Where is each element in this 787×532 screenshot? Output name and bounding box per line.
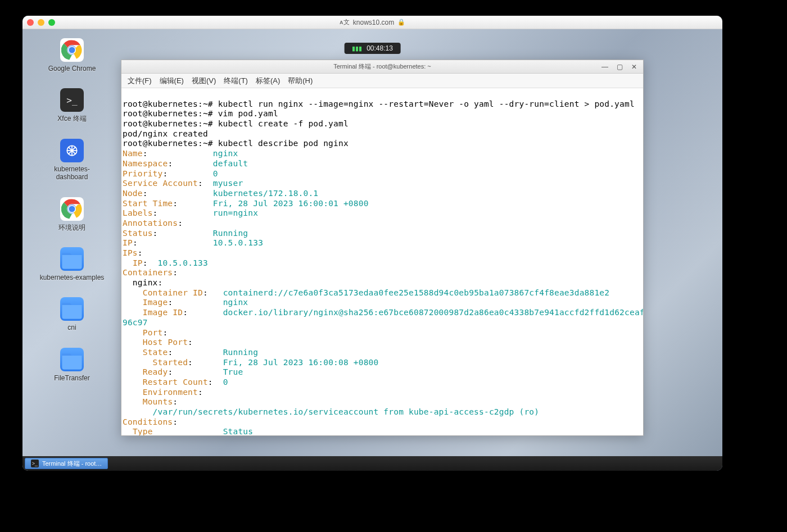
taskbar-item-terminal[interactable]: >_ Terminal 终端 - root…	[25, 458, 108, 469]
mac-window: ᴀ文 knows10.com 🔒 ▮▮▮ 00:48:13 Google Chr…	[22, 16, 722, 471]
window-controls: — ▢ ✕	[598, 60, 641, 74]
desktop-icon-filetransfer[interactable]: FileTransfer	[33, 348, 111, 382]
terminal-title-text: Terminal 终端 - root@kubernetes: ~	[333, 62, 431, 71]
browser-titlebar: ᴀ文 knows10.com 🔒	[22, 16, 722, 29]
desktop-icon-label: kubernetes-examples	[40, 274, 105, 281]
folder-icon	[60, 297, 84, 321]
close-button[interactable]: ✕	[627, 61, 641, 72]
minimize-window-icon[interactable]	[38, 19, 44, 26]
terminal-menubar: 文件(F)编辑(E)视图(V)终端(T)标签(A)帮助(H)	[121, 74, 643, 88]
terminal-task-icon: >_	[31, 460, 39, 467]
menu-item[interactable]: 标签(A)	[252, 76, 284, 86]
lock-icon: 🔒	[397, 19, 405, 26]
signal-icon: ▮▮▮	[352, 45, 362, 52]
taskbar-item-label: Terminal 终端 - root…	[42, 460, 102, 468]
url-text: knows10.com	[353, 19, 394, 26]
folder-icon	[60, 348, 84, 371]
desktop-icon-label: cni	[67, 324, 76, 331]
close-window-icon[interactable]	[27, 19, 34, 26]
minimize-button[interactable]: —	[598, 61, 612, 72]
desktop-icon-label: FileTransfer	[54, 374, 90, 382]
terminal-body[interactable]: root@kubernetes:~# kubectl run nginx --i…	[121, 88, 643, 435]
desktop-icon-label: 环境说明	[58, 224, 85, 231]
folder-icon	[60, 247, 84, 271]
taskbar: >_ Terminal 终端 - root…	[22, 456, 722, 471]
chrome-icon	[60, 38, 84, 62]
menu-item[interactable]: 视图(V)	[188, 76, 220, 86]
desktop-icon-env-desc[interactable]: 环境说明	[33, 197, 111, 231]
recording-badge: ▮▮▮ 00:48:13	[344, 43, 401, 54]
maximize-window-icon[interactable]	[48, 19, 55, 26]
desktop-icon-cni[interactable]: cni	[33, 297, 111, 331]
desktop-icons: Google Chrome>_Xfce 终端kubernetes-dashboa…	[33, 38, 111, 382]
terminal-titlebar[interactable]: Terminal 终端 - root@kubernetes: ~ — ▢ ✕	[121, 60, 643, 74]
k8s-icon	[60, 139, 84, 162]
desktop-icon-chrome[interactable]: Google Chrome	[33, 38, 111, 72]
url-display[interactable]: ᴀ文 knows10.com 🔒	[340, 18, 405, 26]
desktop-icon-label: kubernetes-dashboard	[38, 165, 106, 181]
menu-item[interactable]: 文件(F)	[124, 76, 156, 86]
terminal-icon: >_	[60, 88, 84, 112]
menu-item[interactable]: 编辑(E)	[156, 76, 188, 86]
maximize-button[interactable]: ▢	[613, 61, 626, 72]
desktop-icon-label: Xfce 终端	[57, 115, 86, 122]
desktop-icon-xfce-terminal[interactable]: >_Xfce 终端	[33, 88, 111, 122]
menu-item[interactable]: 帮助(H)	[284, 76, 316, 86]
recording-time: 00:48:13	[367, 44, 393, 52]
chrome-icon	[60, 197, 84, 221]
desktop-icon-label: Google Chrome	[48, 65, 96, 72]
traffic-lights[interactable]	[27, 19, 55, 26]
terminal-window: Terminal 终端 - root@kubernetes: ~ — ▢ ✕ 文…	[121, 60, 644, 436]
desktop-icon-k8s-dashboard[interactable]: kubernetes-dashboard	[33, 139, 111, 181]
menu-item[interactable]: 终端(T)	[220, 76, 252, 86]
desktop-icon-k8s-examples[interactable]: kubernetes-examples	[33, 247, 111, 281]
translate-icon: ᴀ文	[340, 18, 350, 26]
